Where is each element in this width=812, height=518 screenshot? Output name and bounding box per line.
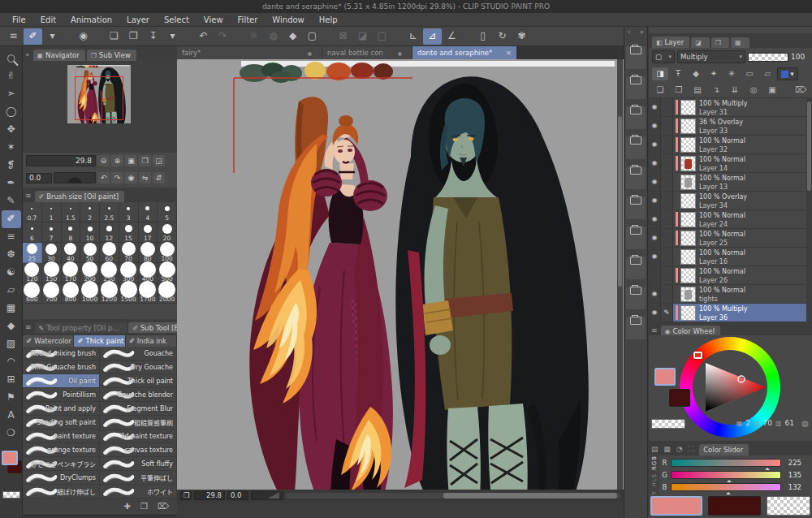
scale-rotate-button[interactable]: ▢ (303, 28, 322, 45)
tab-close-icon[interactable]: × (505, 49, 512, 57)
material-folder-5[interactable] (626, 166, 646, 189)
brush-list-item[interactable]: Dry Gouache (100, 360, 177, 374)
delete-layer-button[interactable]: ⌦ (793, 84, 809, 97)
rotate-left-button[interactable]: ↶ (97, 172, 110, 183)
brush-size-cell[interactable]: 1200 (100, 283, 119, 304)
save-dropdown[interactable]: ▾ (163, 28, 182, 45)
layer-thumbnail[interactable] (680, 212, 696, 227)
layer-row[interactable]: ◉ 100 % Normal Layer 32 (649, 136, 812, 154)
eraser-tool[interactable]: ▱ (2, 282, 21, 300)
foreground-color-swatch[interactable] (2, 451, 18, 465)
brush-size-cell[interactable]: 6 (23, 222, 42, 243)
snap-to-special-ruler-button[interactable]: ⊿ (423, 28, 442, 45)
menu-item[interactable]: Help (312, 15, 345, 25)
tab-animation-cels[interactable]: ▦ (731, 37, 749, 48)
brush-size-cell[interactable]: 30 (42, 243, 62, 263)
menu-item[interactable]: Filter (231, 15, 266, 25)
canvas-viewport[interactable] (177, 59, 624, 490)
transparent-color-swatch[interactable] (651, 419, 685, 429)
layer-thumbnail[interactable] (680, 137, 696, 153)
slider-mode-tab[interactable]: HLS (651, 472, 658, 489)
panel-collapse-icon[interactable]: « (25, 48, 30, 61)
pen-tool[interactable]: ✒ (2, 175, 21, 192)
hand-tool[interactable]: ✌ (2, 67, 21, 85)
layer-row[interactable]: ◉ 100 % Normal Layer 16 (649, 248, 812, 266)
decoration-tool[interactable]: ▦ (2, 300, 21, 317)
layer-visibility-toggle[interactable]: ◉ (649, 266, 661, 284)
material-folder-1[interactable] (626, 46, 646, 69)
brush-size-cell[interactable]: 10 (80, 222, 100, 243)
zoom-100-button[interactable]: ▣ (125, 155, 137, 166)
brush-size-cell[interactable]: 700 (42, 283, 62, 304)
layer-row[interactable]: ◉ 100 % Normal Layer 24 (649, 210, 812, 229)
layer-thumbnail[interactable] (680, 119, 696, 134)
background-color-swatch[interactable] (669, 389, 690, 407)
strip-expand-arrow[interactable]: » (640, 28, 644, 37)
main-menu-button[interactable]: ≡ (4, 28, 23, 45)
scrollbar-handle[interactable] (807, 101, 811, 191)
zoom-in-button[interactable]: ⊕ (111, 155, 123, 166)
brush-list-item[interactable]: Thin Gouache brush (23, 360, 100, 374)
layer-thumbnail[interactable] (680, 100, 696, 115)
redo-button[interactable]: ↷ (214, 28, 232, 45)
transparent-color-swatch[interactable] (2, 491, 20, 499)
channel-value[interactable]: 225 (784, 459, 801, 467)
brush-size-cell[interactable]: 1 (42, 202, 62, 222)
selection-border-button[interactable]: □ (373, 28, 391, 45)
channel-value[interactable]: 132 (784, 483, 801, 491)
clip-to-layer-below-button[interactable]: ◨ (652, 67, 668, 80)
material-folder-9[interactable] (626, 287, 646, 309)
brush-list-item[interactable]: Round mixing brush (23, 347, 100, 360)
zoom-slider[interactable]: 29.8 (26, 155, 96, 166)
layer-list-scrollbar[interactable] (806, 98, 812, 322)
brush-list-item[interactable]: Thick oil paint (100, 374, 177, 388)
document-tab[interactable]: naval battle con ● (322, 46, 412, 59)
subtool-group-tab[interactable]: ✐Thick paint (74, 335, 125, 347)
brush-list-item[interactable]: 3d paint texture (100, 430, 177, 443)
tab-sub-view[interactable]: ❒Sub View (87, 50, 136, 61)
brush-size-cell[interactable]: 70 (119, 243, 139, 263)
brush-list-item[interactable]: Soft fluffy (100, 457, 177, 471)
layer-visibility-toggle[interactable]: ◉ (649, 136, 661, 153)
layer-visibility-toggle[interactable]: ◉ (649, 248, 661, 265)
frame-border-tool[interactable]: ⊞ (2, 371, 21, 389)
strip-back-arrow[interactable]: ‹ (628, 28, 630, 37)
lock-transparent-pixels-button[interactable]: ✳ (723, 67, 740, 80)
layer-color-combo[interactable]: ▾ (777, 67, 798, 80)
brush-size-cell[interactable]: 800 (62, 283, 81, 304)
brush-list-item[interactable]: ホワイト (100, 485, 177, 499)
add-subtool-button[interactable]: ✚ (124, 502, 131, 511)
polyline-tool[interactable]: ⚑ (2, 389, 21, 407)
brush-size-cell[interactable]: 3 (119, 202, 139, 222)
open-file-button[interactable]: ❐ (124, 28, 143, 45)
apply-mask-button[interactable]: ▣ (764, 84, 780, 97)
brush-size-cell[interactable]: 1500 (119, 283, 139, 304)
pencil-tool[interactable]: ✎ (2, 192, 21, 210)
undo-button[interactable]: ↶ (194, 28, 213, 45)
foreground-color-swatch[interactable] (654, 368, 676, 386)
tab-layer-property[interactable]: ◪ (691, 37, 710, 48)
brush-size-cell[interactable]: 2000 (158, 283, 177, 304)
ruler-range-combo[interactable]: ▱ (759, 67, 775, 80)
layer-row[interactable]: ◉ 100 % Normal tights (649, 285, 812, 304)
deselect-button[interactable]: ⊠ (334, 28, 352, 45)
brush-size-cell[interactable]: 1.5 (62, 202, 81, 222)
brush-size-cell[interactable]: 25 (23, 243, 42, 263)
layer-visibility-toggle[interactable]: ◉ (649, 98, 661, 116)
brush-size-cell[interactable]: 80 (139, 243, 158, 263)
hue-marker[interactable] (693, 352, 702, 359)
scrollbar-handle[interactable] (618, 116, 622, 287)
canvas-horizontal-scrollbar[interactable] (286, 493, 620, 499)
brush-size-cell[interactable]: 4 (139, 202, 158, 222)
layer-row[interactable]: ◉ 100 % Normal Layer 26 (649, 266, 812, 285)
hatching-tool[interactable]: ≡ (2, 228, 21, 246)
preserve-alpha-button[interactable]: Ŧ (670, 67, 686, 80)
fill-tool[interactable]: ◆ (2, 317, 21, 335)
fit-to-screen-button[interactable]: ◲ (153, 155, 165, 166)
brush-list-item[interactable]: 平筆伸ばし (100, 471, 177, 485)
flip-vertical-button[interactable]: ⇵ (153, 172, 165, 183)
menu-item[interactable]: View (197, 15, 231, 25)
eyedropper-tool[interactable]: ❡ (2, 157, 21, 175)
zoom-tool[interactable]: ○ (2, 50, 21, 67)
layer-row[interactable]: ◉ 100 % Normal Layer 25 (649, 229, 812, 248)
